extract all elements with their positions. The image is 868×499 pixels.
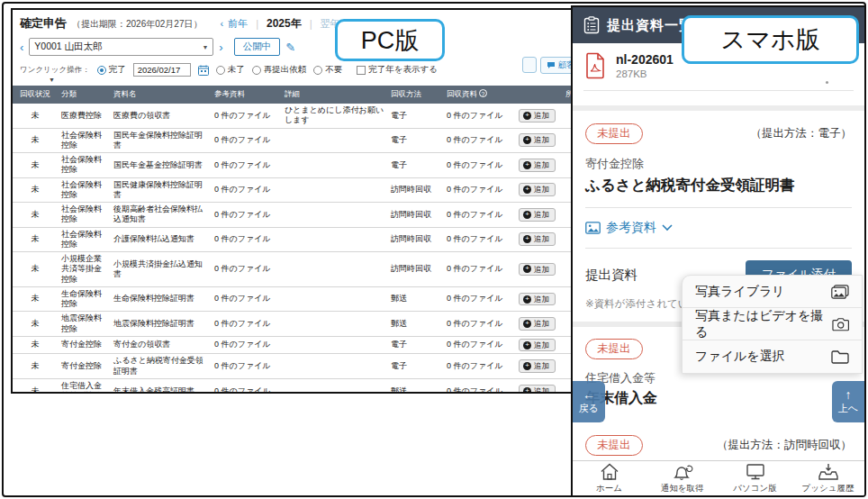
table-row[interactable]: 未 社会保険料控除 介護保険料払込通知書 0 件のファイル 訪問時回収 0 件の… [13, 227, 594, 252]
plus-circle-icon: + [523, 362, 531, 370]
cell-status: 未 [13, 227, 58, 252]
oneclick-label: ワンクリック操作： [20, 65, 90, 76]
col-category[interactable]: 分類 [58, 86, 110, 104]
take-photo-video-option[interactable]: 写真またはビデオを撮る [683, 308, 862, 340]
add-file-button[interactable]: + 追加 [519, 263, 556, 277]
client-select[interactable]: Y0001 山田太郎 ▼ [29, 38, 213, 56]
table-row[interactable]: 未 住宅借入金等特別控除 年末借入金残高証明書 0 件のファイル 郵送 0 件の… [13, 378, 594, 394]
cell-category: 社会保険料控除 [58, 177, 110, 203]
cell-category: 生命保険料控除 [58, 286, 110, 312]
reference-materials-link[interactable]: 参考資料 [585, 220, 852, 236]
submission-method-text: （提出方法：電子） [751, 126, 853, 141]
radio-done[interactable]: 完了 [97, 64, 126, 76]
add-button-label: 追加 [534, 160, 549, 170]
file-attach-action-sheet: 写真ライブラリ 写真またはビデオを撮る ファイルを選択 [682, 275, 863, 374]
prev-year-link[interactable]: 前年 [228, 17, 248, 31]
show-completed-year-checkbox[interactable]: 完了年を表示する [357, 64, 438, 76]
add-file-button[interactable]: + 追加 [519, 359, 556, 373]
cell-add: + 追加 [515, 286, 562, 312]
radio-unneeded[interactable]: 不要 [313, 64, 342, 76]
cell-method: 電子 [387, 128, 443, 153]
col-reference[interactable]: 参考資料 [211, 86, 281, 104]
cell-reference: 0 件のファイル [211, 177, 281, 203]
cell-method: 郵送 [387, 378, 443, 394]
table-row[interactable]: 未 小規模企業共済等掛金控除 小規模共済掛金払込通知書 0 件のファイル 訪問時… [13, 252, 594, 287]
home-icon [600, 463, 619, 481]
cell-category: 寄付金控除 [58, 354, 110, 379]
prev-year-chevron[interactable]: ‹ [221, 18, 224, 29]
nav-push-history[interactable]: プッシュ履歴 [791, 461, 864, 496]
table-row[interactable]: 未 社会保険料控除 国民健康保険料控除証明書 0 件のファイル 訪問時回収 0 … [13, 177, 594, 203]
bell-refresh-icon [672, 463, 693, 481]
completion-date-input[interactable]: 2026/02/17 [133, 63, 191, 77]
cell-status: 未 [13, 312, 58, 337]
clipped-button[interactable] [522, 57, 537, 73]
publish-status-button[interactable]: 公開中 [234, 38, 281, 56]
nav-push-history-label: プッシュ履歴 [802, 483, 854, 494]
cell-add: + 追加 [515, 252, 562, 287]
table-row[interactable]: 未 社会保険料控除 国民年金保険料控除証明書 0 件のファイル 電子 0 件のフ… [13, 128, 594, 153]
add-file-button[interactable]: + 追加 [519, 293, 556, 306]
status-badge: 未提出 [585, 435, 643, 456]
scroll-to-top-button[interactable]: ↑ 上へ [832, 381, 864, 422]
cell-reference: 0 件のファイル [211, 336, 281, 354]
edit-pencil-icon[interactable]: ✎ [285, 41, 295, 54]
separator: ｜ [306, 17, 316, 31]
nav-home[interactable]: ホーム [573, 461, 646, 496]
radio-resubmit[interactable]: 再提出依頼 [252, 64, 307, 76]
add-file-button[interactable]: + 追加 [519, 133, 556, 147]
cell-reference: 0 件のファイル [211, 312, 281, 337]
calendar-icon[interactable] [198, 65, 209, 76]
pc-version-callout: PC版 [335, 19, 445, 61]
cell-collected: 0 件のファイル [443, 227, 515, 252]
cell-status: 未 [13, 252, 58, 287]
year-nav: ‹ 前年 ｜ 2025年 ｜ 翌年 › [221, 16, 348, 32]
col-name[interactable]: 資料名 [110, 86, 211, 104]
more-menu-dot-icon[interactable] [826, 81, 828, 84]
radio-resubmit-label: 再提出依頼 [264, 64, 307, 76]
document-title: ふるさと納税寄付金受領証明書 [585, 176, 852, 195]
cell-collected: 0 件のファイル [443, 153, 515, 178]
camera-icon [832, 317, 849, 331]
photo-library-option[interactable]: 写真ライブラリ [683, 276, 862, 308]
add-file-button[interactable]: + 追加 [519, 232, 556, 246]
add-file-button[interactable]: + 追加 [519, 339, 556, 352]
radio-notdone[interactable]: 未了 [216, 64, 245, 76]
cell-status: 未 [13, 153, 58, 178]
table-row[interactable]: 未 医療費控除 医療費の領収書 0 件のファイル ひとまとめにし添付お願いします… [13, 104, 594, 128]
current-year: 2025年 [267, 16, 302, 32]
table-row[interactable]: 未 社会保険料控除 後期高齢者社会保険料払込通知書 0 件のファイル 訪問時回収… [13, 203, 594, 228]
prev-client-chevron[interactable]: ‹ [20, 41, 23, 54]
col-detail[interactable]: 詳細 [281, 86, 387, 104]
table-row[interactable]: 未 生命保険料控除 生命保険料控除証明書 0 件のファイル 郵送 0 件のファイ… [13, 286, 594, 312]
add-button-label: 追加 [534, 111, 549, 121]
col-method[interactable]: 回収方法 [387, 86, 443, 104]
back-button[interactable]: ← 戻る [573, 381, 605, 422]
col-collected[interactable]: 回収資料? [443, 86, 515, 104]
add-file-button[interactable]: + 追加 [519, 317, 556, 331]
add-file-button[interactable]: + 追加 [519, 385, 556, 394]
pdf-file-size: 287KB [616, 68, 674, 79]
next-client-chevron[interactable]: › [219, 41, 222, 54]
table-row[interactable]: 未 寄付金控除 ふるさと納税寄付金受領証明書 0 件のファイル 電子 0 件のフ… [13, 354, 594, 379]
nav-pc-version[interactable]: パソコン版 [719, 461, 791, 496]
add-file-button[interactable]: + 追加 [519, 159, 556, 172]
cell-category: 寄付金控除 [58, 336, 110, 354]
col-status[interactable]: 回収状況 [13, 86, 58, 104]
cell-category: 小規模企業共済等掛金控除 [58, 252, 110, 287]
table-row[interactable]: 未 地震保険料控除 地震保険料控除証明書 0 件のファイル 郵送 0 件のファイ… [13, 312, 594, 337]
cell-name: 後期高齢者社会保険料払込通知書 [110, 203, 211, 228]
cell-status: 未 [13, 104, 58, 128]
status-badge: 未提出 [585, 339, 643, 359]
table-row[interactable]: 未 寄付金控除 寄付金の領収書 0 件のファイル 電子 0 件のファイル + 追… [13, 336, 594, 354]
table-header-row: 回収状況 分類 資料名 参考資料 詳細 回収方法 回収資料? 所内メモ [13, 86, 594, 104]
choose-file-option[interactable]: ファイルを選択 [683, 340, 862, 373]
add-file-button[interactable]: + 追加 [519, 109, 556, 122]
cell-collected: 0 件のファイル [443, 354, 515, 379]
add-file-button[interactable]: + 追加 [519, 183, 556, 196]
cell-reference: 0 件のファイル [211, 104, 281, 128]
add-file-button[interactable]: + 追加 [519, 208, 556, 222]
nav-get-notifications[interactable]: 通知を取得 [646, 461, 719, 496]
help-icon[interactable]: ? [479, 89, 487, 97]
table-row[interactable]: 未 社会保険料控除 国民年金基金控除証明書 0 件のファイル 電子 0 件のファ… [13, 153, 594, 178]
